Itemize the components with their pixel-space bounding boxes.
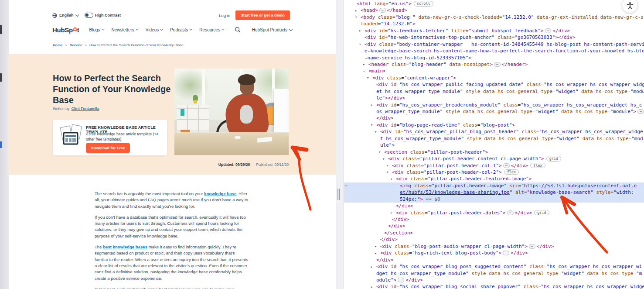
devtools-line[interactable]: ▾<div class="pillar-post-header-col-2">f…: [344, 169, 644, 175]
scroll-badge[interactable]: scroll: [414, 1, 433, 7]
expander-open-icon[interactable]: ▾: [363, 68, 365, 75]
expander-open-icon[interactable]: ▾: [375, 129, 377, 135]
devtools-line[interactable]: ▾<div class="pillar-post-header-featured…: [344, 175, 644, 182]
devtools-line[interactable]: t hs_cos_wrapper_type_module" style data…: [344, 135, 644, 142]
expander-closed-icon[interactable]: ▸: [375, 250, 377, 257]
devtools-line-selected[interactable]: ⋯<img class="pillar-post-header-image" s…: [344, 182, 644, 189]
expander-closed-icon[interactable]: ▸: [371, 264, 373, 270]
devtools-line[interactable]: </div>: [344, 216, 644, 223]
expander-open-icon[interactable]: ▾: [390, 176, 392, 182]
nav-item-resources[interactable]: Resources: [199, 28, 224, 32]
devtools-line[interactable]: ▸<div id="hs_cos_wrapper_blog_social_sha…: [344, 283, 644, 289]
devtools-line[interactable]: ▾<div class="body-container-wrapper hs-c…: [344, 41, 644, 48]
devtools-line[interactable]: ▸<header class="blog-header" data-nosnip…: [344, 61, 644, 68]
grid-badge[interactable]: grid: [546, 156, 561, 162]
collapsed-content-icon[interactable]: ⋯: [379, 8, 386, 13]
devtools-line[interactable]: os_wrapper_type_module" style data-hs-co…: [344, 108, 644, 115]
language-selector[interactable]: English: [52, 13, 78, 18]
hubspot-logo[interactable]: HubSp t: [52, 26, 79, 34]
devtools-line[interactable]: <div id="hs_cos_wrapper_public_facing_up…: [344, 81, 644, 88]
image-src-link[interactable]: et/hubfs/53/knowledge-base-sharing.jpg: [400, 189, 510, 195]
devtools-line[interactable]: ▾<div id="blog-page-read-time" class="bl…: [344, 122, 644, 128]
nav-item-blogs[interactable]: Blogs: [89, 28, 104, 32]
devtools-line[interactable]: ▾<div class="content-wrapper">: [344, 75, 644, 81]
devtools-line[interactable]: odule">⋯</div>: [344, 277, 644, 283]
collapsed-content-icon[interactable]: ⋯: [529, 244, 535, 249]
devtools-splitter[interactable]: [336, 0, 344, 289]
devtools-line[interactable]: ▸<div id="hs_cos_wrapper_blog_post_sugge…: [344, 263, 644, 270]
collapsed-content-icon[interactable]: ⋯: [398, 278, 404, 282]
devtools-line[interactable]: ▾<div id="hs_cos_wrapper_pillar_blog_pos…: [344, 128, 644, 135]
author-link[interactable]: Clint Fontanella: [72, 107, 99, 111]
devtools-line[interactable]: ▸<div class="pillar-post-header-dates">⋯…: [344, 210, 644, 216]
expander-open-icon[interactable]: ▾: [359, 41, 361, 48]
expander-closed-icon[interactable]: ▸: [359, 28, 361, 34]
devtools-line[interactable]: </div>: [344, 223, 644, 229]
expander-open-icon[interactable]: ▾: [382, 156, 385, 162]
image-src-link[interactable]: https://53.fs1.hubspotusercontent-na1.n: [524, 183, 637, 189]
grid-badge[interactable]: grid: [534, 210, 549, 216]
devtools-line[interactable]: <html lang="en-us">scroll: [344, 0, 644, 7]
start-free-button[interactable]: Start free or get a demo: [235, 10, 290, 20]
expander-open-icon[interactable]: ▾: [378, 149, 381, 155]
expander-open-icon[interactable]: ▾: [371, 122, 373, 128]
devtools-line[interactable]: ▸<div class="blog-post-audio-wrapper cl-…: [344, 243, 644, 250]
expander-closed-icon[interactable]: ▸: [371, 102, 373, 108]
breadcrumb-link-home[interactable]: Home: [53, 43, 62, 47]
expander-closed-icon[interactable]: ▸: [371, 284, 373, 289]
expander-closed-icon[interactable]: ▸: [355, 7, 357, 14]
flex-badge[interactable]: flex: [530, 163, 545, 169]
devtools-line[interactable]: ▾<body class="blog " data-new-gr-c-s-che…: [344, 14, 644, 21]
expander-open-icon[interactable]: ▾: [367, 75, 369, 81]
devtools-line-selected[interactable]: 524px;"> == $0: [344, 196, 644, 203]
devtools-line[interactable]: </div>: [344, 257, 644, 263]
inline-link[interactable]: knowledge base: [204, 191, 236, 196]
nav-item-videos[interactable]: Videos: [146, 28, 163, 32]
high-contrast-toggle[interactable]: [85, 13, 93, 18]
hubspot-products-menu[interactable]: HubSpot Products: [252, 28, 292, 32]
inline-more-gutter-icon[interactable]: ⋯: [345, 182, 348, 189]
inline-link[interactable]: best knowledge bases: [103, 244, 147, 249]
devtools-line[interactable]: </div>: [344, 236, 644, 243]
collapsed-content-icon[interactable]: ⋯: [503, 251, 509, 255]
devtools-line[interactable]: ▾<section class="pillar-post-header">: [344, 149, 644, 155]
login-link[interactable]: Log in: [219, 13, 230, 18]
devtools-line[interactable]: loaded="14.1232.0">: [344, 21, 644, 27]
collapsed-content-icon[interactable]: ⋯: [494, 62, 501, 67]
devtools-line-selected[interactable]: et/hubfs/53/knowledge-base-sharing.jpg" …: [344, 189, 644, 196]
expander-closed-icon[interactable]: ▸: [386, 162, 388, 169]
devtools-line[interactable]: e-knowledge-base-search hs-content-name-…: [344, 48, 644, 54]
devtools-line[interactable]: ▸<div id="hs-feedback-fetcher" title="su…: [344, 28, 644, 34]
devtools-line[interactable]: ule">: [344, 142, 644, 148]
devtools-line[interactable]: et hs_cos_wrapper_type_module" style dat…: [344, 88, 644, 95]
splitter-drag-handle[interactable]: [337, 189, 341, 200]
breadcrumb-link-service[interactable]: Service: [70, 43, 82, 47]
expander-open-icon[interactable]: ▾: [386, 169, 388, 175]
collapsed-content-icon[interactable]: ⋯: [507, 210, 514, 215]
devtools-line[interactable]: </section>: [344, 230, 644, 236]
devtools-line[interactable]: ▸<div class="hsg-rich-text blog-post-bod…: [344, 250, 644, 256]
devtools-line[interactable]: ▸<div id="hs_cos_wrapper_breadcrumbs_mod…: [344, 102, 644, 108]
search-icon[interactable]: [235, 27, 241, 33]
devtools-line[interactable]: ▸<head>⋯</head>: [344, 7, 644, 14]
nav-item-podcasts[interactable]: Podcasts: [170, 28, 192, 32]
expander-closed-icon[interactable]: ▸: [363, 61, 365, 68]
download-free-button[interactable]: Download for Free: [86, 143, 130, 153]
devtools-line[interactable]: ▸<div class="pillar-post-header-col-1">⋯…: [344, 162, 644, 169]
expander-closed-icon[interactable]: ▸: [390, 210, 392, 216]
devtools-line[interactable]: le"></div>: [344, 95, 644, 101]
flex-badge[interactable]: flex: [504, 169, 519, 175]
collapsed-content-icon[interactable]: ⋯: [503, 163, 510, 168]
devtools-line[interactable]: dget hs_cos_wrapper_type_module" style d…: [344, 270, 644, 277]
devtools-line[interactable]: <div id="hs-web-interactives-top-push-an…: [344, 34, 644, 41]
devtools-line[interactable]: </div>: [344, 115, 644, 121]
expander-open-icon[interactable]: ▾: [355, 14, 357, 21]
nav-item-newsletters[interactable]: Newsletters: [112, 28, 138, 32]
devtools-line[interactable]: -name-service hs-blog-id-5233357105">: [344, 55, 644, 61]
devtools-line[interactable]: ▾<main>: [344, 68, 644, 74]
collapsed-content-icon[interactable]: ⋯: [545, 28, 552, 33]
devtools-line[interactable]: </div>: [344, 203, 644, 209]
collapsed-content-icon[interactable]: ⋯: [637, 109, 644, 114]
devtools-line[interactable]: ▾<div class="pillar-post-header-content …: [344, 155, 644, 162]
expander-closed-icon[interactable]: ▸: [375, 243, 377, 250]
